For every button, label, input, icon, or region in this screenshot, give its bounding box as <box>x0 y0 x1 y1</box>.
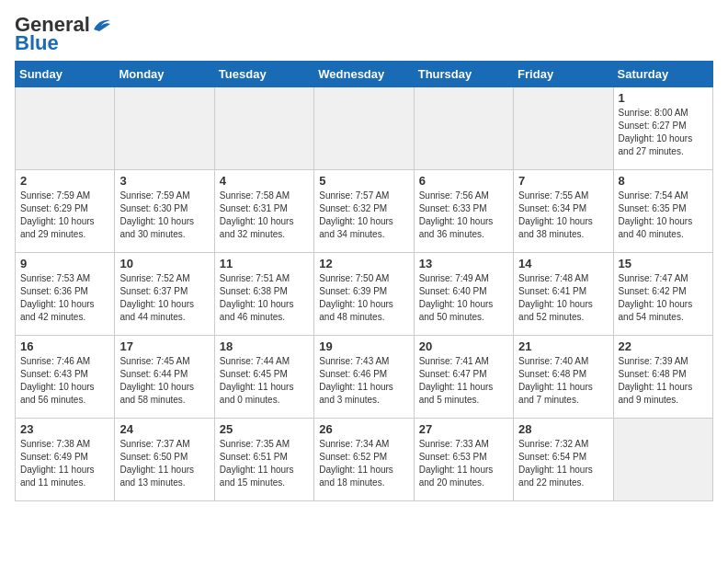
calendar-cell: 7Sunrise: 7:55 AM Sunset: 6:34 PM Daylig… <box>514 170 613 253</box>
calendar-cell: 13Sunrise: 7:49 AM Sunset: 6:40 PM Dayli… <box>414 253 513 336</box>
day-info: Sunrise: 7:49 AM Sunset: 6:40 PM Dayligh… <box>419 272 508 324</box>
day-info: Sunrise: 7:54 AM Sunset: 6:35 PM Dayligh… <box>619 190 708 241</box>
day-info: Sunrise: 7:47 AM Sunset: 6:42 PM Dayligh… <box>619 272 708 324</box>
day-number: 18 <box>220 339 309 353</box>
day-info: Sunrise: 7:38 AM Sunset: 6:49 PM Dayligh… <box>20 438 109 489</box>
day-info: Sunrise: 8:00 AM Sunset: 6:27 PM Dayligh… <box>619 107 708 158</box>
day-number: 17 <box>119 339 209 353</box>
day-number: 2 <box>20 174 109 188</box>
calendar-cell: 23Sunrise: 7:38 AM Sunset: 6:49 PM Dayli… <box>16 419 115 501</box>
weekday-header-wednesday: Wednesday <box>314 62 414 87</box>
calendar-cell: 21Sunrise: 7:40 AM Sunset: 6:48 PM Dayli… <box>514 336 613 419</box>
day-number: 1 <box>619 91 708 105</box>
day-info: Sunrise: 7:51 AM Sunset: 6:38 PM Dayligh… <box>220 272 309 324</box>
calendar-cell: 14Sunrise: 7:48 AM Sunset: 6:41 PM Dayli… <box>514 253 613 336</box>
day-info: Sunrise: 7:48 AM Sunset: 6:41 PM Dayligh… <box>518 272 608 324</box>
calendar-cell: 5Sunrise: 7:57 AM Sunset: 6:32 PM Daylig… <box>314 170 414 253</box>
day-info: Sunrise: 7:43 AM Sunset: 6:46 PM Dayligh… <box>319 355 408 407</box>
day-number: 24 <box>119 422 209 436</box>
day-number: 9 <box>20 257 109 270</box>
day-number: 22 <box>619 339 708 353</box>
day-number: 15 <box>619 257 708 270</box>
day-number: 7 <box>518 174 608 188</box>
logo: General Blue <box>15 15 112 53</box>
calendar-cell: 10Sunrise: 7:52 AM Sunset: 6:37 PM Dayli… <box>115 253 214 336</box>
weekday-header-tuesday: Tuesday <box>214 62 313 87</box>
day-info: Sunrise: 7:35 AM Sunset: 6:51 PM Dayligh… <box>220 438 309 489</box>
weekday-header-sunday: Sunday <box>16 62 115 87</box>
calendar-cell <box>613 419 712 501</box>
calendar-cell: 8Sunrise: 7:54 AM Sunset: 6:35 PM Daylig… <box>613 170 712 253</box>
day-info: Sunrise: 7:32 AM Sunset: 6:54 PM Dayligh… <box>518 438 608 489</box>
day-info: Sunrise: 7:40 AM Sunset: 6:48 PM Dayligh… <box>518 355 608 407</box>
day-number: 19 <box>319 339 408 353</box>
day-number: 12 <box>319 257 408 270</box>
calendar-cell: 27Sunrise: 7:33 AM Sunset: 6:53 PM Dayli… <box>414 419 513 501</box>
header: General Blue <box>15 15 713 53</box>
calendar-cell: 9Sunrise: 7:53 AM Sunset: 6:36 PM Daylig… <box>16 253 115 336</box>
day-info: Sunrise: 7:58 AM Sunset: 6:31 PM Dayligh… <box>220 190 309 241</box>
calendar-cell <box>414 87 513 170</box>
calendar-cell <box>16 87 115 170</box>
logo-blue: Blue <box>15 33 59 53</box>
day-number: 23 <box>20 422 109 436</box>
calendar-cell <box>514 87 613 170</box>
calendar-cell <box>314 87 414 170</box>
calendar-cell: 16Sunrise: 7:46 AM Sunset: 6:43 PM Dayli… <box>16 336 115 419</box>
day-number: 8 <box>619 174 708 188</box>
calendar-cell: 6Sunrise: 7:56 AM Sunset: 6:33 PM Daylig… <box>414 170 513 253</box>
day-info: Sunrise: 7:55 AM Sunset: 6:34 PM Dayligh… <box>518 190 608 241</box>
day-info: Sunrise: 7:50 AM Sunset: 6:39 PM Dayligh… <box>319 272 408 324</box>
calendar-cell: 19Sunrise: 7:43 AM Sunset: 6:46 PM Dayli… <box>314 336 414 419</box>
calendar-cell: 24Sunrise: 7:37 AM Sunset: 6:50 PM Dayli… <box>115 419 214 501</box>
day-info: Sunrise: 7:53 AM Sunset: 6:36 PM Dayligh… <box>20 272 109 324</box>
day-info: Sunrise: 7:34 AM Sunset: 6:52 PM Dayligh… <box>319 438 408 489</box>
logo-bird-icon <box>92 17 112 33</box>
day-info: Sunrise: 7:37 AM Sunset: 6:50 PM Dayligh… <box>119 438 209 489</box>
calendar-cell: 11Sunrise: 7:51 AM Sunset: 6:38 PM Dayli… <box>214 253 313 336</box>
day-info: Sunrise: 7:45 AM Sunset: 6:44 PM Dayligh… <box>119 355 209 407</box>
day-number: 10 <box>119 257 209 270</box>
day-number: 13 <box>419 257 508 270</box>
day-info: Sunrise: 7:46 AM Sunset: 6:43 PM Dayligh… <box>20 355 109 407</box>
day-number: 20 <box>419 339 508 353</box>
day-info: Sunrise: 7:56 AM Sunset: 6:33 PM Dayligh… <box>419 190 508 241</box>
day-number: 27 <box>419 422 508 436</box>
day-number: 3 <box>119 174 209 188</box>
calendar-cell: 1Sunrise: 8:00 AM Sunset: 6:27 PM Daylig… <box>613 87 712 170</box>
weekday-header-monday: Monday <box>115 62 214 87</box>
day-info: Sunrise: 7:57 AM Sunset: 6:32 PM Dayligh… <box>319 190 408 241</box>
calendar-cell: 20Sunrise: 7:41 AM Sunset: 6:47 PM Dayli… <box>414 336 513 419</box>
day-info: Sunrise: 7:59 AM Sunset: 6:29 PM Dayligh… <box>20 190 109 241</box>
calendar-cell: 4Sunrise: 7:58 AM Sunset: 6:31 PM Daylig… <box>214 170 313 253</box>
calendar-cell: 28Sunrise: 7:32 AM Sunset: 6:54 PM Dayli… <box>514 419 613 501</box>
calendar-cell <box>115 87 214 170</box>
calendar-cell: 12Sunrise: 7:50 AM Sunset: 6:39 PM Dayli… <box>314 253 414 336</box>
day-info: Sunrise: 7:39 AM Sunset: 6:48 PM Dayligh… <box>619 355 708 407</box>
weekday-header-saturday: Saturday <box>613 62 712 87</box>
calendar-cell: 3Sunrise: 7:59 AM Sunset: 6:30 PM Daylig… <box>115 170 214 253</box>
day-number: 4 <box>220 174 309 188</box>
day-number: 11 <box>220 257 309 270</box>
calendar-cell: 2Sunrise: 7:59 AM Sunset: 6:29 PM Daylig… <box>16 170 115 253</box>
day-number: 25 <box>220 422 309 436</box>
day-number: 21 <box>518 339 608 353</box>
calendar-cell: 25Sunrise: 7:35 AM Sunset: 6:51 PM Dayli… <box>214 419 313 501</box>
day-info: Sunrise: 7:44 AM Sunset: 6:45 PM Dayligh… <box>220 355 309 407</box>
day-info: Sunrise: 7:59 AM Sunset: 6:30 PM Dayligh… <box>119 190 209 241</box>
day-number: 26 <box>319 422 408 436</box>
weekday-header-friday: Friday <box>514 62 613 87</box>
calendar-cell: 18Sunrise: 7:44 AM Sunset: 6:45 PM Dayli… <box>214 336 313 419</box>
day-number: 5 <box>319 174 408 188</box>
day-number: 14 <box>518 257 608 270</box>
calendar-cell: 22Sunrise: 7:39 AM Sunset: 6:48 PM Dayli… <box>613 336 712 419</box>
calendar-cell: 26Sunrise: 7:34 AM Sunset: 6:52 PM Dayli… <box>314 419 414 501</box>
day-info: Sunrise: 7:52 AM Sunset: 6:37 PM Dayligh… <box>119 272 209 324</box>
day-info: Sunrise: 7:41 AM Sunset: 6:47 PM Dayligh… <box>419 355 508 407</box>
calendar-table: SundayMondayTuesdayWednesdayThursdayFrid… <box>15 61 713 501</box>
calendar-cell: 17Sunrise: 7:45 AM Sunset: 6:44 PM Dayli… <box>115 336 214 419</box>
day-number: 6 <box>419 174 508 188</box>
day-number: 28 <box>518 422 608 436</box>
weekday-header-thursday: Thursday <box>414 62 513 87</box>
calendar-cell: 15Sunrise: 7:47 AM Sunset: 6:42 PM Dayli… <box>613 253 712 336</box>
